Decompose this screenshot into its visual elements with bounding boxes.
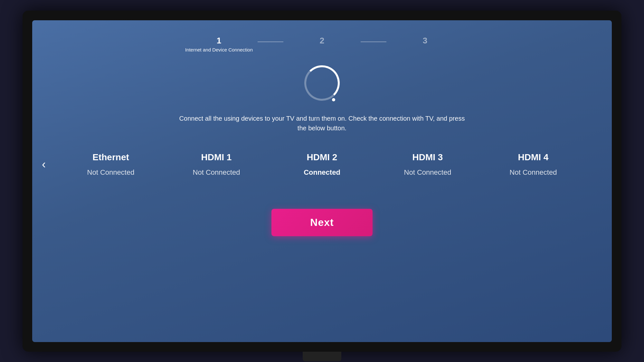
connection-name-hdmi2: HDMI 2 [307,152,337,162]
next-button[interactable]: Next [271,209,372,236]
connection-item-hdmi2: HDMI 2 Connected [269,152,375,177]
tv-screen: 1 Internet and Device Connection 2 3 Con… [32,20,612,342]
step-connector-1-2 [258,42,283,42]
connection-item-hdmi3: HDMI 3 Not Connected [375,152,480,177]
step-item-2: 2 [283,36,361,47]
connection-item-hdmi4: HDMI 4 Not Connected [480,152,586,177]
connection-name-hdmi3: HDMI 3 [412,152,443,162]
connection-name-hdmi1: HDMI 1 [201,152,232,162]
connection-name-ethernet: Ethernet [92,152,129,162]
back-arrow-button[interactable]: ‹ [39,154,49,174]
step-item-3: 3 [386,36,464,47]
connection-item-hdmi1: HDMI 1 Not Connected [164,152,269,177]
tv-stand [303,352,341,361]
connection-status-ethernet: Not Connected [87,168,135,177]
connection-status-hdmi2: Connected [304,168,340,177]
loading-circle [304,65,340,101]
loading-circle-container [301,62,343,104]
connection-item-ethernet: Ethernet Not Connected [58,152,164,177]
tv-outer: 1 Internet and Device Connection 2 3 Con… [23,11,621,352]
step-number-3: 3 [423,36,427,46]
step-label-1: Internet and Device Connection [185,47,253,52]
description-text: Connect all the using devices to your TV… [169,114,475,133]
connection-grid: ‹ Ethernet Not Connected HDMI 1 Not Conn… [32,152,612,177]
connection-name-hdmi4: HDMI 4 [518,152,549,162]
loading-dot [332,98,335,101]
step-number-2: 2 [320,36,324,46]
connection-status-hdmi3: Not Connected [404,168,451,177]
steps-bar: 1 Internet and Device Connection 2 3 [32,36,612,52]
step-item-1: 1 Internet and Device Connection [180,36,258,52]
step-number-1: 1 [217,36,221,46]
connection-status-hdmi4: Not Connected [510,168,557,177]
step-connector-2-3 [361,42,386,42]
connection-status-hdmi1: Not Connected [193,168,240,177]
